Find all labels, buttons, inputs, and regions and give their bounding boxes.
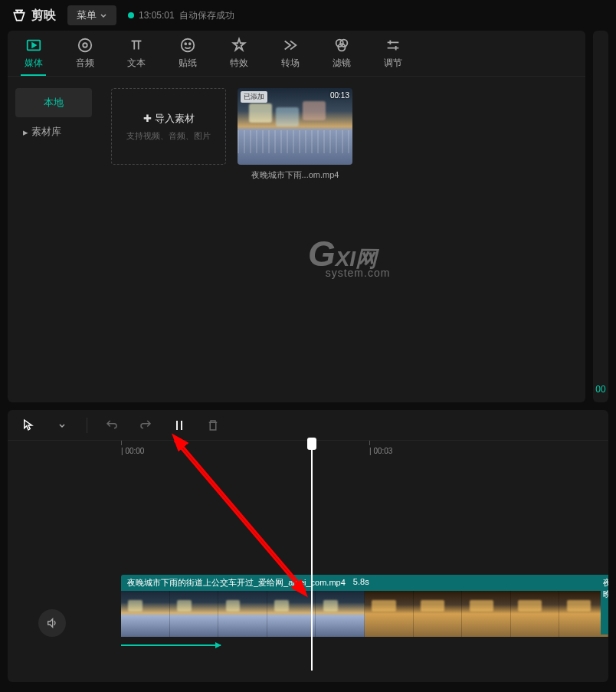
media-panel: 媒体 音频 文本 贴纸 特效 转场 xyxy=(8,31,585,402)
duration-label: 00:13 xyxy=(330,91,349,100)
svg-point-3 xyxy=(181,39,194,52)
tab-media[interactable]: 媒体 xyxy=(8,31,59,76)
app-logo: 剪映 xyxy=(11,8,56,24)
autosave-status: 13:05:01 自动保存成功 xyxy=(128,9,234,22)
tab-text[interactable]: 文本 xyxy=(110,31,162,76)
sticker-icon xyxy=(179,37,196,54)
status-dot-icon xyxy=(128,12,134,18)
svg-point-2 xyxy=(83,43,87,48)
ruler-tick: | 00:03 xyxy=(369,447,392,455)
plus-icon: ✚ xyxy=(143,113,152,124)
clip-range-indicator xyxy=(121,638,221,646)
effects-icon xyxy=(231,37,247,54)
import-hint: 支持视频、音频、图片 xyxy=(126,130,211,142)
clip-title: 夜晚城市下雨的街道上公交车开过_爱给网_aigei_com.mp4 xyxy=(127,577,346,589)
tool-dropdown[interactable] xyxy=(53,416,71,435)
mute-track-button[interactable] xyxy=(38,609,66,637)
timeline-panel: | 00:00 | 00:03 夜晚城市下雨的街道上公交车开过_爱给网_aige… xyxy=(8,410,608,682)
chevron-down-icon xyxy=(100,11,107,19)
media-filename: 夜晚城市下雨...om.mp4 xyxy=(238,169,352,181)
svg-point-8 xyxy=(338,44,345,51)
sidebar-item-library[interactable]: ▸ 素材库 xyxy=(15,117,92,146)
split-button[interactable] xyxy=(170,416,188,435)
import-media-button[interactable]: ✚ 导入素材 支持视频、音频、图片 xyxy=(111,88,226,165)
clip-duration: 5.8s xyxy=(353,577,369,589)
tab-filter[interactable]: 滤镜 xyxy=(316,31,367,76)
tab-audio[interactable]: 音频 xyxy=(59,31,110,76)
adjust-icon xyxy=(385,37,401,54)
select-tool[interactable] xyxy=(19,416,38,435)
menu-button[interactable]: 菜单 xyxy=(67,5,116,25)
logo-icon xyxy=(11,8,27,23)
delete-button[interactable] xyxy=(204,416,222,435)
clip-frames xyxy=(121,591,608,637)
timeline-ruler[interactable]: | 00:00 | 00:03 xyxy=(8,441,608,464)
timeline-next-clip[interactable]: 夜晚 xyxy=(601,575,608,635)
ruler-tick: | 00:00 xyxy=(121,447,144,455)
chevron-right-icon: ▸ xyxy=(23,126,28,138)
transition-icon xyxy=(282,37,299,54)
media-clip-item[interactable]: 已添加 00:13 夜晚城市下雨...om.mp4 xyxy=(238,88,352,181)
timeline-video-clip[interactable]: 夜晚城市下雨的街道上公交车开过_爱给网_aigei_com.mp4 5.8s xyxy=(121,575,608,644)
filter-icon xyxy=(333,37,350,54)
tab-transition[interactable]: 转场 xyxy=(264,31,316,76)
redo-button[interactable] xyxy=(136,416,155,435)
playhead-handle-icon xyxy=(307,438,316,450)
app-name: 剪映 xyxy=(31,8,56,24)
tab-effects[interactable]: 特效 xyxy=(213,31,264,76)
undo-button[interactable] xyxy=(103,416,121,435)
svg-point-5 xyxy=(188,43,190,44)
text-icon xyxy=(128,37,145,54)
sidebar-item-local[interactable]: 本地 xyxy=(15,88,92,117)
svg-point-4 xyxy=(185,43,186,44)
audio-icon xyxy=(77,37,93,54)
added-tag: 已添加 xyxy=(241,91,267,103)
media-thumbnail: 已添加 00:13 xyxy=(238,88,352,165)
svg-point-1 xyxy=(78,39,91,52)
playhead[interactable] xyxy=(311,441,313,671)
preview-panel: 00 xyxy=(593,31,608,402)
media-icon xyxy=(25,37,42,54)
tab-adjust[interactable]: 调节 xyxy=(367,31,418,76)
watermark: GXI网 system.com xyxy=(295,233,391,279)
tab-sticker[interactable]: 贴纸 xyxy=(162,31,213,76)
